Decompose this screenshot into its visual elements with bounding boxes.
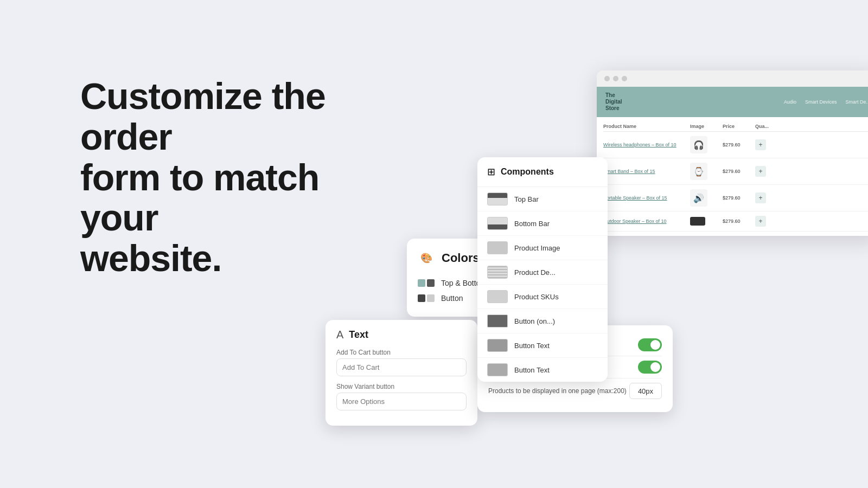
- buttontex2-preview: [487, 363, 508, 376]
- topbar-label: Top Bar: [514, 195, 539, 203]
- variant-skus-toggle[interactable]: [638, 361, 662, 374]
- components-title: Components: [501, 167, 554, 177]
- prodsku-label: Product SKUs: [514, 293, 559, 301]
- product-img-1: ⌚: [690, 163, 707, 180]
- product-price-2: $279.60: [723, 195, 755, 201]
- palette-icon: 🎨: [418, 249, 435, 267]
- components-icon: ⊞: [487, 166, 495, 178]
- prodimg-label: Product Image: [514, 244, 560, 252]
- browser-window: The Digital Store Audio Smart Devices Sm…: [597, 70, 868, 236]
- col-price: Price: [723, 124, 755, 129]
- col-image: Image: [690, 124, 723, 129]
- button-swatch: [418, 294, 435, 302]
- prodsku-preview: [487, 290, 508, 303]
- store-nav-item-audio[interactable]: Audio: [784, 99, 796, 105]
- swatch-dark: [427, 279, 435, 287]
- product-img-3: [690, 217, 705, 226]
- prodde-label: Product De...: [514, 268, 556, 277]
- table-header: Product Name Image Price Qua...: [603, 121, 868, 132]
- hero-section: Customize the order form to match your w…: [80, 76, 384, 279]
- product-price-1: $279.60: [723, 169, 755, 174]
- component-item-buttontex1[interactable]: Button Text: [477, 333, 608, 358]
- text-icon: A: [336, 329, 343, 341]
- table-row: Portable Speaker – Box of 15 🔊 $279.60 +: [603, 185, 868, 211]
- components-panel: ⊞ Components Top Bar Bottom Bar Product …: [477, 157, 608, 382]
- swatch-teal: [418, 279, 425, 287]
- store-nav-item-smart[interactable]: Smart Devices: [805, 99, 837, 105]
- prodde-preview: [487, 266, 508, 279]
- col-qty: Qua...: [755, 124, 782, 129]
- col-product-name: Product Name: [603, 124, 690, 129]
- table-row: Smart Band – Box of 15 ⌚ $279.60 +: [603, 158, 868, 185]
- buttonon-label: Button (on...): [514, 317, 555, 325]
- browser-titlebar: [597, 70, 868, 87]
- products-per-page-label: Products to be displayed in one page (ma…: [488, 387, 627, 396]
- buttonon-preview: [487, 314, 508, 328]
- products-per-page-input[interactable]: [629, 383, 662, 399]
- text-panel: A Text Add To Cart button Show Variant b…: [326, 320, 477, 426]
- swatch-btn-light: [427, 294, 435, 302]
- colors-title: Colors: [442, 251, 480, 265]
- product-name-3[interactable]: Outdoor Speaker – Box of 10: [603, 219, 690, 224]
- product-img-0: 🎧: [690, 136, 707, 153]
- component-item-buttontex2[interactable]: Button Text: [477, 358, 608, 382]
- hero-title: Customize the order form to match your w…: [80, 76, 384, 279]
- topbar-preview: [487, 192, 508, 206]
- store-header: The Digital Store Audio Smart Devices Sm…: [597, 87, 868, 117]
- product-name-0[interactable]: Wireless headphones – Box of 10: [603, 142, 690, 147]
- product-img-2: 🔊: [690, 189, 707, 207]
- product-price-0: $279.60: [723, 142, 755, 147]
- show-variant-input[interactable]: [336, 393, 467, 410]
- buttontex1-preview: [487, 339, 508, 352]
- bottombar-preview: [487, 217, 508, 230]
- prodimg-preview: [487, 241, 508, 254]
- component-item-prodsku[interactable]: Product SKUs: [477, 285, 608, 309]
- browser-dot-1: [604, 76, 610, 81]
- browser-dot-2: [613, 76, 618, 81]
- qty-btn-1[interactable]: +: [755, 166, 766, 177]
- qty-btn-2[interactable]: +: [755, 192, 766, 203]
- product-name-1[interactable]: Smart Band – Box of 15: [603, 169, 690, 174]
- variant-images-toggle[interactable]: [638, 338, 662, 351]
- text-panel-title: Text: [349, 329, 368, 341]
- qty-btn-3[interactable]: +: [755, 216, 766, 227]
- store-logo: The Digital Store: [605, 92, 622, 112]
- product-name-2[interactable]: Portable Speaker – Box of 15: [603, 195, 690, 201]
- store-nav-item-smart2[interactable]: Smart De...: [845, 99, 868, 105]
- table-row: Outdoor Speaker – Box of 10 $279.60 +: [603, 211, 868, 232]
- buttontex1-label: Button Text: [514, 342, 550, 350]
- store-table: Product Name Image Price Qua... Wireless…: [597, 117, 868, 236]
- add-to-cart-input[interactable]: [336, 358, 467, 376]
- topbottom-swatch: [418, 279, 435, 287]
- component-item-prodde[interactable]: Product De...: [477, 260, 608, 285]
- component-item-prodimg[interactable]: Product Image: [477, 236, 608, 260]
- store-nav: Audio Smart Devices Smart De...: [784, 99, 868, 105]
- component-item-buttonon[interactable]: Button (on...): [477, 309, 608, 333]
- qty-btn-0[interactable]: +: [755, 139, 766, 150]
- browser-dot-3: [622, 76, 627, 81]
- show-variant-label: Show Variant button: [336, 383, 467, 390]
- products-per-page-row: Products to be displayed in one page (ma…: [488, 378, 662, 403]
- text-panel-header: A Text: [336, 329, 467, 341]
- buttontex2-label: Button Text: [514, 366, 550, 374]
- product-price-3: $279.60: [723, 219, 755, 224]
- table-row: Wireless headphones – Box of 10 🎧 $279.6…: [603, 132, 868, 158]
- component-item-bottombar[interactable]: Bottom Bar: [477, 211, 608, 236]
- component-item-topbar[interactable]: Top Bar: [477, 187, 608, 211]
- browser-content: The Digital Store Audio Smart Devices Sm…: [597, 87, 868, 236]
- swatch-btn-dark: [418, 294, 425, 302]
- bottombar-label: Bottom Bar: [514, 220, 550, 228]
- button-label: Button: [441, 294, 463, 303]
- components-header: ⊞ Components: [477, 157, 608, 187]
- add-to-cart-label: Add To Cart button: [336, 349, 467, 356]
